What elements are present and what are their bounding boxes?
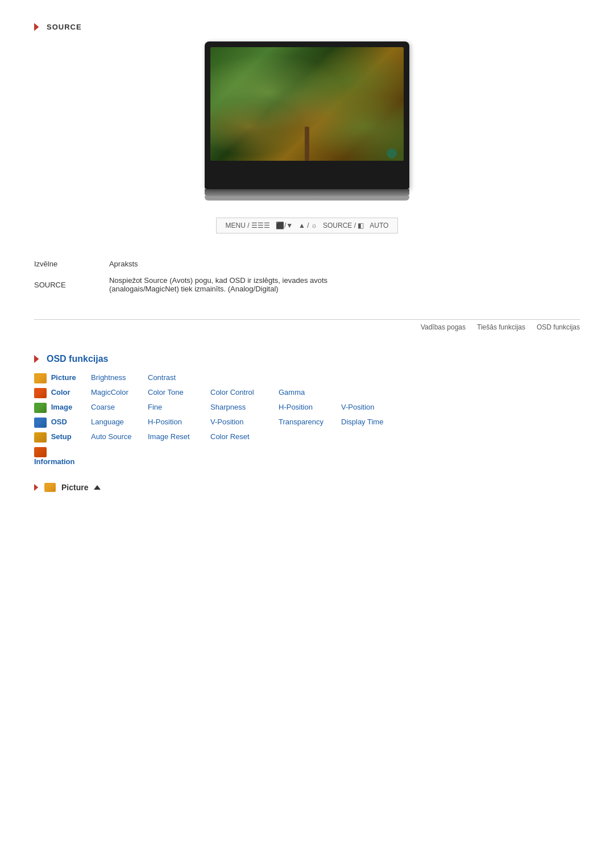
osd-menu-osd[interactable]: OSD — [34, 418, 91, 428]
monitor-display — [205, 41, 409, 189]
nav-tieshas[interactable]: Tiešās funkcijas — [477, 323, 525, 331]
osd-empty-11 — [341, 447, 409, 466]
osd-menu-setup[interactable]: Setup — [34, 432, 91, 443]
nav-links: Vadības pogas Tiešās funkcijas OSD funkc… — [34, 319, 580, 331]
osd-coarse[interactable]: Coarse — [91, 403, 148, 413]
menu-item-source: SOURCE — [34, 273, 109, 297]
osd-empty-5 — [279, 432, 341, 443]
osd-empty-1 — [210, 373, 279, 383]
image-label[interactable]: Image — [51, 403, 73, 411]
osd-menu-image[interactable]: Image — [34, 403, 91, 413]
osd-arrow-icon — [34, 355, 42, 363]
osd-v-position[interactable]: V-Position — [341, 403, 409, 413]
picture-footer-icon — [44, 483, 56, 492]
nav-button-label: ⬛/▼ — [276, 222, 293, 229]
osd-transparency[interactable]: Transparency — [279, 418, 341, 428]
osd-gamma[interactable]: Gamma — [279, 388, 341, 398]
osd-color-control[interactable]: Color Control — [210, 388, 279, 398]
button-bar-container: MENU / ☰☰☰ ⬛/▼ ▲ / ☼ SOURCE / ◧ AUTO — [34, 218, 580, 233]
menu-button-label: MENU / ☰☰☰ — [226, 222, 270, 229]
nav-osd[interactable]: OSD funkcijas — [537, 323, 580, 331]
osd-v-position2[interactable]: V-Position — [210, 418, 279, 428]
osd-sharpness[interactable]: Sharpness — [210, 403, 279, 413]
osd-label[interactable]: OSD — [51, 418, 67, 426]
osd-title: OSD funkcijas — [47, 354, 108, 364]
auto-button-label: AUTO — [370, 222, 388, 229]
setup-icon — [34, 432, 47, 443]
source-description: Nospiežot Source (Avots) pogu, kad OSD i… — [109, 273, 580, 297]
osd-empty-7 — [91, 447, 148, 466]
monitor-stand — [205, 189, 409, 196]
osd-color-reset[interactable]: Color Reset — [210, 432, 279, 443]
source-arrow-icon — [34, 23, 42, 31]
osd-language[interactable]: Language — [91, 418, 148, 428]
picture-footer-triangle-icon — [94, 485, 101, 490]
osd-grid: Picture Brightness Contrast Color MagicC… — [34, 373, 580, 466]
source-button-label: SOURCE / ◧ — [323, 222, 364, 229]
color-icon — [34, 388, 47, 398]
osd-brightness[interactable]: Brightness — [91, 373, 148, 383]
picture-label[interactable]: Picture — [51, 373, 76, 382]
col1-header: Izvēlne — [34, 256, 109, 273]
osd-menu-information[interactable]: Information — [34, 447, 91, 466]
monitor-screen — [210, 47, 404, 161]
osd-h-position[interactable]: H-Position — [279, 403, 341, 413]
setup-label[interactable]: Setup — [51, 432, 72, 441]
osd-display-time[interactable]: Display Time — [341, 418, 409, 428]
osd-h-position2[interactable]: H-Position — [148, 418, 210, 428]
osd-menu-color[interactable]: Color — [34, 388, 91, 398]
description-table: Izvēlne Apraksts SOURCE Nospiežot Source… — [34, 256, 580, 297]
osd-empty-10 — [279, 447, 341, 466]
monitor-base — [205, 196, 409, 201]
osd-magiccolor[interactable]: MagicColor — [91, 388, 148, 398]
nav-vadibas[interactable]: Vadības pogas — [421, 323, 466, 331]
picture-footer-header: Picture — [34, 483, 580, 492]
information-label[interactable]: Information — [34, 457, 75, 466]
picture-footer-arrow-icon — [34, 484, 41, 491]
osd-contrast[interactable]: Contrast — [148, 373, 210, 383]
button-bar: MENU / ☰☰☰ ⬛/▼ ▲ / ☼ SOURCE / ◧ AUTO — [216, 218, 399, 233]
col2-header: Apraksts — [109, 256, 580, 273]
osd-auto-source[interactable]: Auto Source — [91, 432, 148, 443]
osd-section-header: OSD funkcijas — [34, 354, 580, 364]
info-icon — [34, 447, 47, 457]
osd-color-tone[interactable]: Color Tone — [148, 388, 210, 398]
osd-empty-2 — [279, 373, 341, 383]
monitor-indicator — [387, 148, 397, 158]
color-label[interactable]: Color — [51, 388, 70, 397]
osd-empty-8 — [148, 447, 210, 466]
picture-footer-label[interactable]: Picture — [61, 483, 88, 492]
osd-image-reset[interactable]: Image Reset — [148, 432, 210, 443]
osd-empty-4 — [341, 388, 409, 398]
image-icon — [34, 403, 47, 413]
source-title: SOURCE — [47, 23, 82, 31]
osd-empty-3 — [341, 373, 409, 383]
osd-fine[interactable]: Fine — [148, 403, 210, 413]
osd-empty-9 — [210, 447, 279, 466]
brightness-button-label: ▲ / ☼ — [298, 222, 317, 229]
osd-icon — [34, 418, 47, 428]
osd-empty-6 — [341, 432, 409, 443]
monitor-container — [34, 41, 580, 201]
osd-menu-picture[interactable]: Picture — [34, 373, 91, 383]
picture-icon — [34, 373, 47, 383]
source-section-header: SOURCE — [34, 23, 580, 31]
